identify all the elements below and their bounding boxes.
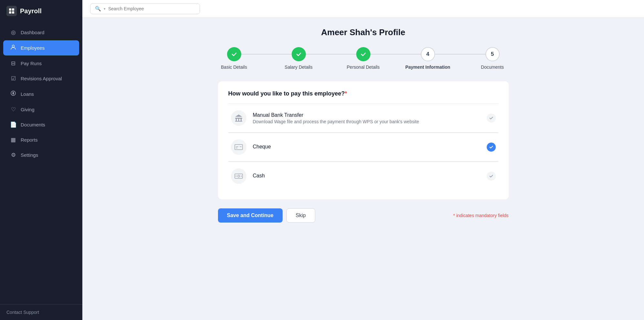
cash-check[interactable] xyxy=(487,172,496,181)
svg-rect-11 xyxy=(235,145,243,150)
sidebar-item-dashboard[interactable]: ◎ Dashboard xyxy=(3,25,79,40)
topbar: 🔍 ▾ xyxy=(82,0,644,18)
sidebar-item-label: Documents xyxy=(21,122,45,127)
logo-icon xyxy=(6,6,17,16)
manual-bank-icon xyxy=(231,110,246,126)
manual-bank-info: Manual Bank Transfer Download Wage file … xyxy=(253,112,480,124)
sidebar-item-label: Employees xyxy=(21,45,45,51)
sidebar-item-label: Settings xyxy=(21,152,38,158)
svg-rect-12 xyxy=(236,146,238,147)
search-input[interactable] xyxy=(108,6,195,11)
form-question: How would you like to pay this employee?… xyxy=(228,90,498,97)
manual-bank-desc: Download Wage file and process the payme… xyxy=(253,119,480,124)
svg-rect-9 xyxy=(241,119,242,121)
cheque-icon xyxy=(231,139,246,155)
app-logo: Payroll xyxy=(0,0,82,22)
payment-option-cheque[interactable]: Cheque xyxy=(228,133,498,162)
form-footer: Save and Continue Skip * indicates manda… xyxy=(218,208,509,223)
svg-rect-8 xyxy=(238,119,239,121)
required-star: * xyxy=(345,90,347,97)
sidebar-item-label: Reports xyxy=(21,137,38,143)
cash-icon xyxy=(231,168,246,184)
sidebar-item-revisions-approval[interactable]: ☑ Revisions Approval xyxy=(3,71,79,86)
svg-rect-2 xyxy=(9,11,11,14)
svg-rect-10 xyxy=(235,121,242,122)
page-title: Ameer Shah's Profile xyxy=(95,27,631,37)
contact-support[interactable]: Contact Support xyxy=(0,304,82,320)
step-circle-3 xyxy=(356,47,370,61)
step-circle-5: 5 xyxy=(485,47,500,61)
step-circle-4: 4 xyxy=(421,47,435,61)
cash-title: Cash xyxy=(253,173,480,179)
svg-rect-14 xyxy=(240,146,242,147)
cash-info: Cash xyxy=(253,173,480,180)
step-circle-1 xyxy=(227,47,241,61)
sidebar: Payroll ◎ Dashboard Employees ⊟ Pay Runs… xyxy=(0,0,82,320)
skip-button[interactable]: Skip xyxy=(286,208,315,223)
sidebar-item-label: Revisions Approval xyxy=(21,76,62,81)
svg-rect-6 xyxy=(235,118,242,119)
stepper: Basic Details Salary Details xyxy=(95,47,631,70)
mandatory-note: * indicates mandatory fields xyxy=(453,213,508,218)
svg-rect-3 xyxy=(12,11,14,14)
payment-option-manual-bank-transfer[interactable]: Manual Bank Transfer Download Wage file … xyxy=(228,104,498,133)
svg-rect-7 xyxy=(236,119,237,121)
step-label-4: Payment Information xyxy=(405,65,450,70)
search-dropdown-icon[interactable]: ▾ xyxy=(104,7,106,11)
sidebar-item-label: Giving xyxy=(21,107,35,112)
documents-icon: 📄 xyxy=(10,121,17,128)
save-continue-button[interactable]: Save and Continue xyxy=(218,208,283,223)
svg-point-4 xyxy=(12,45,15,47)
cheque-info: Cheque xyxy=(253,144,480,151)
settings-icon: ⚙ xyxy=(10,152,17,158)
reports-icon: ▦ xyxy=(10,136,17,143)
search-box[interactable]: 🔍 ▾ xyxy=(90,3,200,14)
sidebar-item-label: Loans xyxy=(21,91,34,97)
giving-icon: ♡ xyxy=(10,106,17,113)
step-payment-information: 4 Payment Information xyxy=(396,47,460,70)
sidebar-item-documents[interactable]: 📄 Documents xyxy=(3,117,79,132)
pay-runs-icon: ⊟ xyxy=(10,60,17,67)
step-label-1: Basic Details xyxy=(221,65,247,70)
payment-option-cash[interactable]: Cash xyxy=(228,162,498,190)
content-area: Ameer Shah's Profile Basic Details xyxy=(82,18,644,320)
step-basic-details: Basic Details xyxy=(202,47,266,70)
employees-icon xyxy=(10,44,17,52)
svg-rect-17 xyxy=(236,175,236,177)
sidebar-item-reports[interactable]: ▦ Reports xyxy=(3,133,79,147)
sidebar-item-giving[interactable]: ♡ Giving xyxy=(3,102,79,117)
sidebar-item-label: Dashboard xyxy=(21,30,44,35)
svg-rect-13 xyxy=(236,148,237,148)
manual-bank-check[interactable] xyxy=(487,114,496,123)
sidebar-item-label: Pay Runs xyxy=(21,61,42,66)
svg-rect-0 xyxy=(9,8,11,11)
main-area: 🔍 ▾ Ameer Shah's Profile Basic Details xyxy=(82,0,644,320)
app-title: Payroll xyxy=(20,7,42,15)
svg-point-16 xyxy=(238,175,240,177)
step-documents: 5 Documents xyxy=(460,47,525,70)
step-label-3: Personal Details xyxy=(347,65,380,70)
cheque-title: Cheque xyxy=(253,144,480,150)
payment-form-card: How would you like to pay this employee?… xyxy=(218,81,509,199)
loans-icon xyxy=(10,90,17,98)
step-personal-details: Personal Details xyxy=(331,47,396,70)
dashboard-icon: ◎ xyxy=(10,29,17,36)
svg-rect-1 xyxy=(12,8,14,11)
sidebar-nav: ◎ Dashboard Employees ⊟ Pay Runs ☑ Revis… xyxy=(0,22,82,304)
sidebar-item-employees[interactable]: Employees xyxy=(3,40,79,55)
step-circle-2 xyxy=(292,47,306,61)
sidebar-item-pay-runs[interactable]: ⊟ Pay Runs xyxy=(3,56,79,71)
revisions-icon: ☑ xyxy=(10,75,17,82)
cheque-check[interactable] xyxy=(487,143,496,152)
search-icon: 🔍 xyxy=(95,6,101,12)
step-label-5: Documents xyxy=(481,65,504,70)
sidebar-item-loans[interactable]: Loans xyxy=(3,86,79,102)
manual-bank-title: Manual Bank Transfer xyxy=(253,112,480,118)
step-label-2: Salary Details xyxy=(285,65,312,70)
sidebar-item-settings[interactable]: ⚙ Settings xyxy=(3,148,79,162)
svg-rect-18 xyxy=(241,175,242,177)
step-salary-details: Salary Details xyxy=(266,47,331,70)
